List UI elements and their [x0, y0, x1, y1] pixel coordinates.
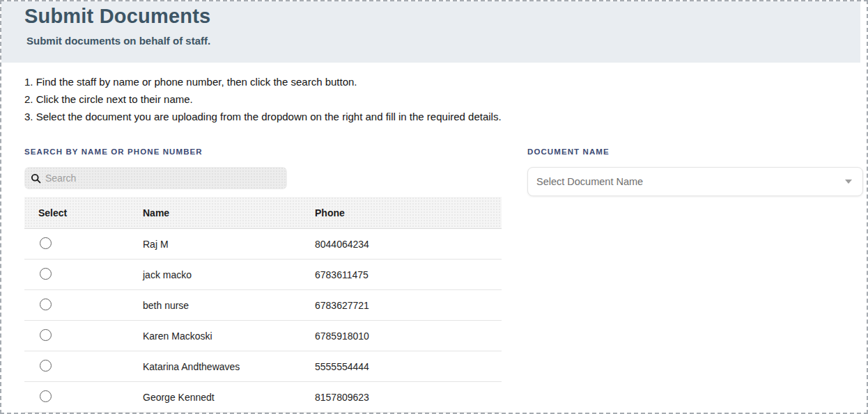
select-cell [38, 390, 143, 404]
instruction-step-1: 1. Find the staff by name or phone numbe… [24, 77, 502, 87]
page-subtitle: Submit documents on behalf of staff. [26, 35, 210, 47]
document-name-label: DOCUMENT NAME [527, 148, 610, 156]
table-row: jack macko 6783611475 [24, 260, 502, 290]
staff-phone: 6785918010 [315, 331, 502, 342]
staff-table-header: Select Name Phone [24, 197, 502, 229]
staff-name: Katarina Andthewaves [143, 361, 315, 372]
select-radio[interactable] [40, 329, 52, 341]
staff-name: Karen Mackoski [143, 331, 315, 342]
staff-phone: 5555554444 [315, 361, 502, 372]
table-row: beth nurse 6783627721 [24, 290, 502, 321]
select-radio[interactable] [40, 390, 52, 402]
search-icon[interactable] [31, 173, 41, 184]
select-cell [38, 329, 143, 343]
staff-name: beth nurse [143, 300, 315, 311]
column-header-name: Name [143, 207, 315, 218]
page-header: Submit Documents Submit documents on beh… [1, 1, 860, 63]
submit-documents-page: Submit Documents Submit documents on beh… [0, 0, 868, 414]
staff-name: George Kennedt [143, 392, 315, 403]
staff-phone: 6783627721 [315, 300, 502, 311]
select-cell [38, 298, 143, 312]
select-radio[interactable] [40, 298, 52, 310]
table-row: Karen Mackoski 6785918010 [24, 321, 502, 351]
column-header-select: Select [38, 207, 143, 218]
search-input[interactable] [41, 167, 287, 189]
staff-phone: 8044064234 [315, 239, 502, 250]
staff-table: Select Name Phone Raj M 8044064234 jack … [24, 197, 502, 413]
select-cell [38, 237, 143, 251]
table-row: Raj M 8044064234 [24, 229, 502, 260]
staff-name: Raj M [143, 239, 315, 250]
instructions: 1. Find the staff by name or phone numbe… [24, 77, 502, 129]
select-radio[interactable] [40, 237, 52, 249]
instruction-step-2: 2. Click the circle next to their name. [24, 94, 502, 104]
search-section-label: SEARCH BY NAME OR PHONE NUMBER [24, 148, 203, 156]
select-cell [38, 360, 143, 374]
instruction-step-3: 3. Select the document you are uploading… [24, 111, 502, 122]
document-dropdown-value: Select Document Name [536, 176, 643, 187]
page-title: Submit Documents [24, 5, 210, 28]
select-radio[interactable] [40, 268, 52, 280]
staff-name: jack macko [143, 269, 315, 280]
table-row: Katarina Andthewaves 5555554444 [24, 351, 502, 382]
staff-table-body: Raj M 8044064234 jack macko 6783611475 b… [24, 229, 502, 413]
staff-phone: 8157809623 [315, 392, 502, 403]
table-row: George Kennedt 8157809623 [24, 382, 502, 413]
select-radio[interactable] [40, 360, 52, 372]
select-cell [38, 268, 143, 282]
column-header-phone: Phone [315, 207, 502, 218]
staff-phone: 6783611475 [315, 269, 502, 280]
document-name-dropdown[interactable]: Select Document Name [527, 167, 863, 196]
chevron-down-icon [845, 180, 852, 184]
search-input-wrapper [24, 167, 287, 189]
